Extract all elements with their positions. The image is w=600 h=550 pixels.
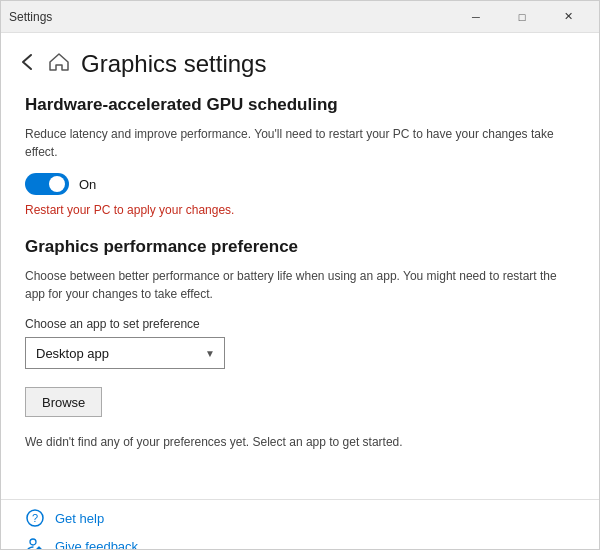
title-bar-controls: ─ □ ✕ [453, 1, 591, 33]
performance-pref-section: Graphics performance preference Choose b… [25, 237, 575, 451]
app-type-dropdown[interactable]: Desktop app Microsoft Store app [25, 337, 225, 369]
gpu-scheduling-desc: Reduce latency and improve performance. … [25, 125, 575, 161]
svg-text:?: ? [32, 512, 38, 524]
get-help-label: Get help [55, 511, 104, 526]
home-icon [49, 53, 69, 76]
svg-point-2 [30, 539, 36, 545]
give-feedback-label: Give feedback [55, 539, 138, 551]
get-help-icon: ? [25, 508, 45, 528]
performance-pref-title: Graphics performance preference [25, 237, 575, 257]
give-feedback-link[interactable]: Give feedback [25, 536, 575, 550]
choose-label: Choose an app to set preference [25, 317, 575, 331]
minimize-button[interactable]: ─ [453, 1, 499, 33]
app-type-dropdown-container: Desktop app Microsoft Store app ▼ [25, 337, 225, 369]
toggle-label: On [79, 177, 96, 192]
toggle-row: On [25, 173, 575, 195]
no-prefs-text: We didn't find any of your preferences y… [25, 433, 575, 451]
maximize-button[interactable]: □ [499, 1, 545, 33]
gpu-scheduling-toggle[interactable] [25, 173, 69, 195]
toggle-thumb [49, 176, 65, 192]
title-bar-title: Settings [9, 10, 52, 24]
close-button[interactable]: ✕ [545, 1, 591, 33]
get-help-link[interactable]: ? Get help [25, 508, 575, 528]
page-header: Graphics settings [1, 33, 599, 87]
footer-links: ? Get help Give feedback [1, 499, 599, 550]
main-content: Hardware-accelerated GPU scheduling Redu… [1, 87, 599, 499]
settings-content: Graphics settings Hardware-accelerated G… [1, 33, 599, 550]
restart-notice: Restart your PC to apply your changes. [25, 203, 575, 217]
title-bar-left: Settings [9, 10, 52, 24]
browse-button[interactable]: Browse [25, 387, 102, 417]
performance-pref-desc: Choose between better performance or bat… [25, 267, 575, 303]
gpu-scheduling-section: Hardware-accelerated GPU scheduling Redu… [25, 95, 575, 217]
title-bar: Settings ─ □ ✕ [1, 1, 599, 33]
page-title: Graphics settings [81, 50, 266, 78]
give-feedback-icon [25, 536, 45, 550]
back-button[interactable] [17, 49, 37, 79]
gpu-scheduling-title: Hardware-accelerated GPU scheduling [25, 95, 575, 115]
